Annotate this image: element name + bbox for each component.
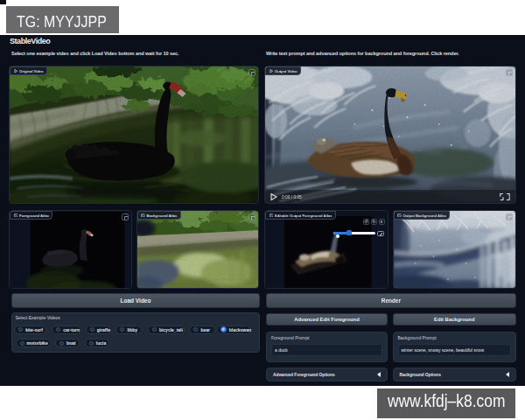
svg-text:0:00 / 0:05: 0:00 / 0:05	[282, 196, 302, 200]
